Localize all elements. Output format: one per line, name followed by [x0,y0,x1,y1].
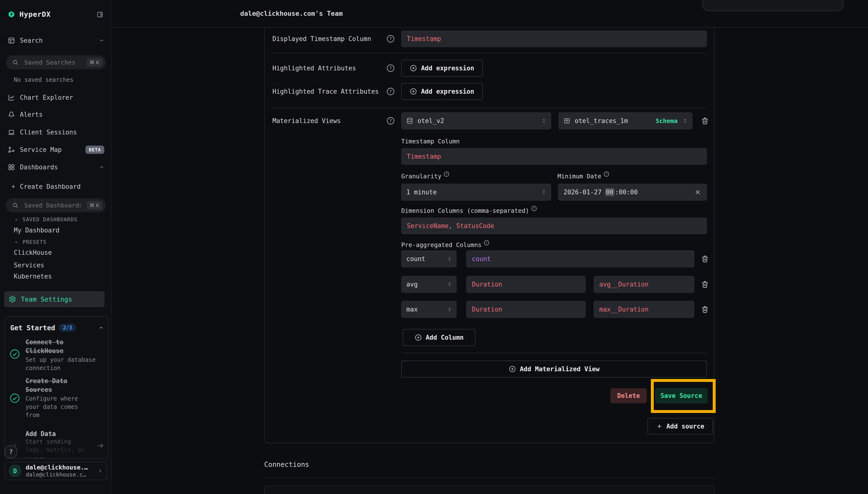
sidebar-collapse-icon[interactable] [97,11,103,18]
chevrons-up-down-icon [447,256,452,262]
connections-title: Connections [264,460,309,469]
user-menu[interactable]: D dale@clickhouse.… dale@clickhouse.c… [4,462,107,480]
aggregate-fn-select[interactable]: max [401,301,457,318]
get-started-item-title[interactable]: Connect to ClickHouse [25,338,74,355]
help-circle-icon[interactable]: ? [386,35,395,43]
chevron-up-icon [99,165,104,170]
search-section-icon [8,37,15,44]
add-column-button[interactable]: Add Column [403,329,476,346]
add-source-button[interactable]: Add source [648,418,713,435]
granularity-select[interactable]: 1 minute [401,184,551,201]
aggregate-fn-value: max [406,306,418,313]
saved-dashboards-section[interactable]: SAVED DASHBOARDS [14,217,101,223]
sidebar-item-client-sessions[interactable]: Client Sessions [8,127,104,138]
get-started-item-title[interactable]: Create Data Sources [25,377,74,394]
sidebar-item-label: Alerts [20,111,43,118]
sidebar-item-search[interactable]: Search [8,35,104,46]
help-circle-icon[interactable]: ? [531,206,537,212]
sidebar-item-chart-explorer[interactable]: Chart Explorer [8,92,104,103]
schema-link[interactable]: Schema [656,117,678,125]
add-expression-button[interactable]: Add expression [401,60,483,77]
aggregate-fn-value: count [406,255,425,263]
displayed-timestamp-label: Displayed Timestamp Column [272,35,371,43]
help-button[interactable]: ? [4,445,17,458]
minimum-date-input[interactable]: 2026-01-27 00 :00:00 [558,184,707,201]
aggregate-alias-input[interactable] [594,301,694,318]
service-map-icon [8,146,15,153]
delete-column-button[interactable] [700,253,710,264]
chevrons-up-down-icon [541,189,547,195]
add-materialized-view-button[interactable]: Add Materialized View [401,361,707,378]
sidebar-item-services[interactable]: Services [14,262,44,269]
help-circle-icon[interactable]: ? [483,240,489,246]
add-expression-button[interactable]: Add expression [401,83,483,100]
check-circle-icon [10,349,20,359]
delete-source-button[interactable]: Delete [610,388,647,403]
user-name: dale@clickhouse.… [26,464,88,471]
label-text: Granularity [401,173,442,180]
aggregate-alias-value[interactable] [599,306,689,313]
aggregate-fn-select[interactable]: avg [401,276,457,293]
sidebar-item-label: Dashboards [20,164,58,171]
help-circle-icon[interactable]: ? [386,87,395,96]
get-started-item-desc: Configure where your data comes from [25,395,84,419]
get-started-card: Get Started 2/3 Connect to ClickHouse Se… [4,316,109,459]
plus-circle-icon [509,365,516,373]
highlighted-attributes-label: Highlighted Attributes [272,64,356,73]
timestamp-column-value[interactable] [407,153,701,160]
aggregate-expr-input[interactable] [466,276,586,293]
aggregate-alias-input[interactable] [594,276,694,293]
delete-view-button[interactable] [700,115,710,126]
delete-column-button[interactable] [700,279,710,290]
aggregate-expr-value[interactable] [472,255,689,263]
aggregate-expr-input[interactable] [466,301,586,318]
presets-section[interactable]: PRESETS [14,239,101,245]
plus-icon [11,184,16,189]
aggregate-expr-value[interactable] [472,306,580,313]
clear-date-icon[interactable] [694,189,701,196]
minimum-date-hour[interactable]: 00 [605,188,615,196]
help-circle-icon[interactable]: ? [603,171,610,177]
database-select[interactable]: otel_v2 [401,112,551,129]
get-started-header[interactable]: Get Started 2/3 [10,323,104,333]
avatar: D [9,464,21,477]
user-email: dale@clickhouse.c… [26,471,88,478]
sidebar-item-kubernetes[interactable]: Kubernetes [14,273,52,280]
sidebar-item-my-dashboard[interactable]: My Dashboard [14,227,59,234]
sidebar-item-clickhouse[interactable]: ClickHouse [14,249,52,256]
brand-name: HyperDX [19,10,51,18]
sidebar-item-service-map[interactable]: Service Map BETA [8,144,104,155]
displayed-timestamp-value[interactable] [407,35,701,42]
timestamp-column-input[interactable] [401,148,707,165]
delete-column-button[interactable] [700,304,710,315]
aggregate-expr-value[interactable] [472,281,580,288]
sidebar-item-team-settings[interactable]: Team Settings [4,291,104,307]
get-started-item-desc: Set up your database connection [25,356,96,372]
aggregate-expr-input[interactable] [466,250,694,267]
saved-searches-input[interactable]: ⌘ K [6,55,106,70]
sidebar-item-dashboards[interactable]: Dashboards [8,162,104,173]
sidebar-item-alerts[interactable]: Alerts [8,109,104,120]
saved-dashboards-input[interactable]: ⌘ K [6,198,106,212]
help-circle-icon[interactable]: ? [443,171,449,177]
saved-dashboards-field[interactable] [24,202,81,209]
table-select[interactable]: otel_traces_1m Schema [558,112,692,129]
dimension-columns-input[interactable]: ServiceName, StatusCode [401,217,707,234]
aggregate-alias-value[interactable] [599,281,689,288]
aggregate-fn-value: avg [406,281,418,288]
help-circle-icon[interactable]: ? [386,116,395,125]
sidebar-item-label: Service Map [20,146,62,153]
sidebar-item-label: Search [20,37,43,44]
aggregate-fn-select[interactable]: count [401,250,457,267]
chevron-down-icon [14,217,19,222]
get-started-item-title[interactable]: Add Data [25,430,89,438]
chevrons-up-down-icon [447,282,452,287]
save-source-button[interactable]: Save Source [655,388,708,403]
svg-text:?: ? [389,36,392,41]
create-dashboard-button[interactable]: Create Dashboard [11,181,103,192]
saved-searches-field[interactable] [24,59,81,66]
label-text: Dimension Columns (comma-separated) [401,207,529,214]
displayed-timestamp-input[interactable] [401,31,707,47]
help-circle-icon[interactable]: ? [386,64,395,73]
app-root: HyperDX Search ⌘ K No saved searches [0,0,868,494]
